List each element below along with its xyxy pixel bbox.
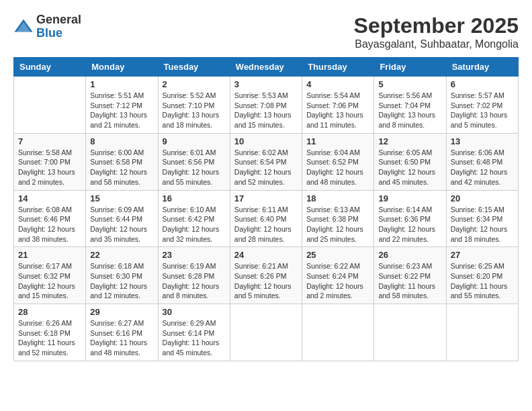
calendar-day-cell: 10Sunrise: 6:02 AM Sunset: 6:54 PM Dayli… bbox=[230, 133, 302, 190]
weekday-header-cell: Sunday bbox=[14, 58, 86, 77]
weekday-header-cell: Wednesday bbox=[230, 58, 302, 77]
weekday-header-cell: Friday bbox=[374, 58, 446, 77]
calendar-day-cell: 1Sunrise: 5:51 AM Sunset: 7:12 PM Daylig… bbox=[86, 77, 158, 134]
calendar-day-cell: 2Sunrise: 5:52 AM Sunset: 7:10 PM Daylig… bbox=[158, 77, 230, 134]
calendar-day-cell: 22Sunrise: 6:18 AM Sunset: 6:30 PM Dayli… bbox=[86, 247, 158, 304]
day-info: Sunrise: 6:10 AM Sunset: 6:42 PM Dayligh… bbox=[163, 205, 226, 244]
day-info: Sunrise: 6:22 AM Sunset: 6:24 PM Dayligh… bbox=[306, 261, 369, 301]
calendar-week-row: 14Sunrise: 6:08 AM Sunset: 6:46 PM Dayli… bbox=[14, 190, 519, 247]
weekday-header-cell: Tuesday bbox=[158, 58, 230, 77]
calendar-day-cell: 12Sunrise: 6:05 AM Sunset: 6:50 PM Dayli… bbox=[374, 133, 446, 190]
calendar-week-row: 28Sunrise: 6:26 AM Sunset: 6:18 PM Dayli… bbox=[14, 304, 519, 361]
weekday-header-cell: Monday bbox=[86, 58, 158, 77]
day-info: Sunrise: 6:21 AM Sunset: 6:26 PM Dayligh… bbox=[234, 261, 298, 301]
day-info: Sunrise: 6:23 AM Sunset: 6:22 PM Dayligh… bbox=[378, 261, 441, 301]
day-info: Sunrise: 6:14 AM Sunset: 6:36 PM Dayligh… bbox=[378, 205, 441, 244]
day-number: 21 bbox=[18, 250, 81, 260]
day-number: 15 bbox=[90, 193, 153, 203]
calendar-day-cell bbox=[230, 304, 302, 361]
weekday-header-cell: Thursday bbox=[302, 58, 374, 77]
day-info: Sunrise: 6:26 AM Sunset: 6:18 PM Dayligh… bbox=[18, 318, 81, 358]
title-block: September 2025 Bayasgalant, Suhbaatar, M… bbox=[354, 13, 519, 50]
day-number: 12 bbox=[378, 136, 441, 146]
calendar-day-cell: 6Sunrise: 5:57 AM Sunset: 7:02 PM Daylig… bbox=[446, 77, 518, 134]
calendar-day-cell bbox=[374, 304, 446, 361]
day-number: 7 bbox=[18, 136, 81, 146]
day-info: Sunrise: 5:53 AM Sunset: 7:08 PM Dayligh… bbox=[234, 91, 298, 130]
day-number: 8 bbox=[90, 136, 153, 146]
day-info: Sunrise: 5:58 AM Sunset: 7:00 PM Dayligh… bbox=[18, 148, 81, 187]
logo: General Blue bbox=[13, 13, 81, 40]
day-number: 9 bbox=[163, 136, 226, 146]
calendar-day-cell: 3Sunrise: 5:53 AM Sunset: 7:08 PM Daylig… bbox=[230, 77, 302, 134]
calendar-day-cell: 15Sunrise: 6:09 AM Sunset: 6:44 PM Dayli… bbox=[86, 190, 158, 247]
calendar-day-cell bbox=[446, 304, 518, 361]
day-number: 22 bbox=[90, 250, 153, 260]
day-number: 16 bbox=[163, 193, 226, 203]
day-info: Sunrise: 6:09 AM Sunset: 6:44 PM Dayligh… bbox=[90, 205, 153, 244]
calendar-body: 1Sunrise: 5:51 AM Sunset: 7:12 PM Daylig… bbox=[14, 77, 519, 361]
calendar-table: SundayMondayTuesdayWednesdayThursdayFrid… bbox=[13, 57, 519, 361]
calendar-day-cell: 21Sunrise: 6:17 AM Sunset: 6:32 PM Dayli… bbox=[14, 247, 86, 304]
day-number: 10 bbox=[234, 136, 298, 146]
day-info: Sunrise: 6:29 AM Sunset: 6:14 PM Dayligh… bbox=[163, 318, 226, 358]
day-info: Sunrise: 6:18 AM Sunset: 6:30 PM Dayligh… bbox=[90, 261, 153, 301]
calendar-day-cell: 14Sunrise: 6:08 AM Sunset: 6:46 PM Dayli… bbox=[14, 190, 86, 247]
calendar-day-cell: 13Sunrise: 6:06 AM Sunset: 6:48 PM Dayli… bbox=[446, 133, 518, 190]
day-info: Sunrise: 6:05 AM Sunset: 6:50 PM Dayligh… bbox=[378, 148, 441, 187]
calendar-day-cell: 20Sunrise: 6:15 AM Sunset: 6:34 PM Dayli… bbox=[446, 190, 518, 247]
day-number: 14 bbox=[18, 193, 81, 203]
weekday-header-row: SundayMondayTuesdayWednesdayThursdayFrid… bbox=[14, 58, 519, 77]
day-number: 4 bbox=[306, 79, 369, 89]
day-number: 5 bbox=[378, 79, 441, 89]
day-info: Sunrise: 5:52 AM Sunset: 7:10 PM Dayligh… bbox=[163, 91, 226, 130]
day-info: Sunrise: 6:08 AM Sunset: 6:46 PM Dayligh… bbox=[18, 205, 81, 244]
day-number: 17 bbox=[234, 193, 298, 203]
day-number: 23 bbox=[163, 250, 226, 260]
day-info: Sunrise: 5:54 AM Sunset: 7:06 PM Dayligh… bbox=[306, 91, 369, 130]
calendar-week-row: 7Sunrise: 5:58 AM Sunset: 7:00 PM Daylig… bbox=[14, 133, 519, 190]
month-title: September 2025 bbox=[354, 13, 519, 38]
day-info: Sunrise: 5:56 AM Sunset: 7:04 PM Dayligh… bbox=[378, 91, 441, 130]
calendar-week-row: 21Sunrise: 6:17 AM Sunset: 6:32 PM Dayli… bbox=[14, 247, 519, 304]
logo-icon bbox=[13, 17, 34, 37]
calendar-day-cell: 4Sunrise: 5:54 AM Sunset: 7:06 PM Daylig… bbox=[302, 77, 374, 134]
day-number: 19 bbox=[378, 193, 441, 203]
logo-text: General Blue bbox=[36, 13, 81, 40]
day-info: Sunrise: 6:15 AM Sunset: 6:34 PM Dayligh… bbox=[451, 205, 514, 244]
calendar-day-cell: 18Sunrise: 6:13 AM Sunset: 6:38 PM Dayli… bbox=[302, 190, 374, 247]
day-info: Sunrise: 6:02 AM Sunset: 6:54 PM Dayligh… bbox=[234, 148, 298, 187]
calendar-day-cell: 9Sunrise: 6:01 AM Sunset: 6:56 PM Daylig… bbox=[158, 133, 230, 190]
day-info: Sunrise: 6:19 AM Sunset: 6:28 PM Dayligh… bbox=[163, 261, 226, 301]
calendar-day-cell: 27Sunrise: 6:25 AM Sunset: 6:20 PM Dayli… bbox=[446, 247, 518, 304]
calendar-day-cell: 7Sunrise: 5:58 AM Sunset: 7:00 PM Daylig… bbox=[14, 133, 86, 190]
calendar-day-cell: 17Sunrise: 6:11 AM Sunset: 6:40 PM Dayli… bbox=[230, 190, 302, 247]
calendar-day-cell: 19Sunrise: 6:14 AM Sunset: 6:36 PM Dayli… bbox=[374, 190, 446, 247]
day-number: 1 bbox=[90, 79, 153, 89]
day-info: Sunrise: 6:13 AM Sunset: 6:38 PM Dayligh… bbox=[306, 205, 369, 244]
day-info: Sunrise: 5:51 AM Sunset: 7:12 PM Dayligh… bbox=[90, 91, 153, 130]
day-info: Sunrise: 6:17 AM Sunset: 6:32 PM Dayligh… bbox=[18, 261, 81, 301]
calendar-day-cell: 5Sunrise: 5:56 AM Sunset: 7:04 PM Daylig… bbox=[374, 77, 446, 134]
calendar-day-cell: 30Sunrise: 6:29 AM Sunset: 6:14 PM Dayli… bbox=[158, 304, 230, 361]
calendar-day-cell: 29Sunrise: 6:27 AM Sunset: 6:16 PM Dayli… bbox=[86, 304, 158, 361]
calendar-week-row: 1Sunrise: 5:51 AM Sunset: 7:12 PM Daylig… bbox=[14, 77, 519, 134]
weekday-header-cell: Saturday bbox=[446, 58, 518, 77]
calendar-day-cell bbox=[302, 304, 374, 361]
day-info: Sunrise: 6:27 AM Sunset: 6:16 PM Dayligh… bbox=[90, 318, 153, 358]
page-header: General Blue September 2025 Bayasgalant,… bbox=[13, 13, 519, 50]
day-info: Sunrise: 6:11 AM Sunset: 6:40 PM Dayligh… bbox=[234, 205, 298, 244]
day-number: 6 bbox=[451, 79, 514, 89]
day-info: Sunrise: 6:00 AM Sunset: 6:58 PM Dayligh… bbox=[90, 148, 153, 187]
day-number: 13 bbox=[451, 136, 514, 146]
day-info: Sunrise: 6:01 AM Sunset: 6:56 PM Dayligh… bbox=[163, 148, 226, 187]
day-number: 18 bbox=[306, 193, 369, 203]
day-info: Sunrise: 5:57 AM Sunset: 7:02 PM Dayligh… bbox=[451, 91, 514, 130]
day-number: 30 bbox=[163, 307, 226, 317]
calendar-day-cell: 16Sunrise: 6:10 AM Sunset: 6:42 PM Dayli… bbox=[158, 190, 230, 247]
day-number: 25 bbox=[306, 250, 369, 260]
day-number: 27 bbox=[451, 250, 514, 260]
calendar-day-cell: 25Sunrise: 6:22 AM Sunset: 6:24 PM Dayli… bbox=[302, 247, 374, 304]
calendar-day-cell: 11Sunrise: 6:04 AM Sunset: 6:52 PM Dayli… bbox=[302, 133, 374, 190]
day-number: 11 bbox=[306, 136, 369, 146]
